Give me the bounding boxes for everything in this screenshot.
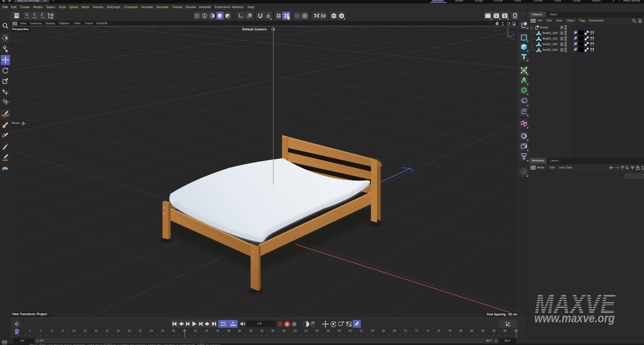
svg-text:A: A	[340, 14, 343, 18]
svg-text:Y: Y	[507, 27, 508, 30]
svg-text:A: A	[232, 321, 234, 324]
svg-text:Z: Z	[513, 33, 515, 35]
svg-text:A: A	[286, 322, 288, 326]
svg-text:X: X	[513, 38, 514, 40]
